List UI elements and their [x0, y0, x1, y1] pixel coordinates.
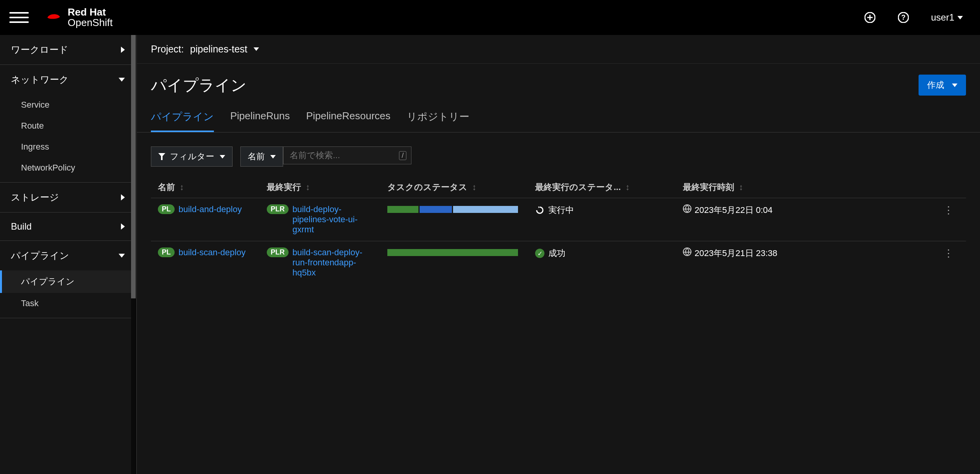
status-segment: [453, 206, 518, 213]
caret-down-icon: [270, 155, 276, 159]
col-header-task-status[interactable]: タスクのステータス↕: [387, 181, 535, 193]
status-text: 実行中: [548, 204, 574, 216]
brand-line1: Red Hat: [68, 7, 113, 17]
nav-group-label: パイプライン: [11, 249, 69, 262]
filter-button[interactable]: フィルター: [151, 146, 233, 167]
brand-logo[interactable]: Red Hat OpenShift: [44, 7, 113, 28]
tab[interactable]: PipelineRuns: [230, 110, 290, 132]
status-segment: [420, 206, 452, 213]
nav-group: ストレージ: [0, 183, 136, 213]
col-header-last-status[interactable]: 最終実行のステータ...↕: [535, 181, 683, 193]
nav-group-label: ネットワーク: [11, 73, 69, 86]
create-button[interactable]: 作成: [919, 75, 966, 96]
chevron-right-icon: [121, 223, 125, 230]
tab[interactable]: リポジトリー: [407, 110, 469, 132]
kebab-menu[interactable]: ⋮: [940, 204, 959, 216]
nav-subitem[interactable]: NetworkPolicy: [0, 157, 136, 178]
add-icon[interactable]: [864, 12, 876, 23]
user-name: user1: [931, 12, 954, 23]
pipeline-link[interactable]: build-scan-deploy: [178, 247, 245, 258]
nav-group: ワークロード: [0, 35, 136, 65]
success-icon: ✓: [535, 249, 544, 258]
filter-label: フィルター: [170, 151, 214, 162]
search-type-dropdown[interactable]: 名前: [240, 146, 283, 167]
chevron-down-icon: [254, 47, 259, 51]
nav-group-label: ワークロード: [11, 44, 68, 56]
filter-icon: [158, 153, 165, 160]
nav-group-header[interactable]: ストレージ: [0, 183, 136, 212]
hamburger-menu-button[interactable]: [9, 8, 29, 27]
timestamp: 2023年5月21日 23:38: [695, 247, 777, 259]
nav-group: Build: [0, 213, 136, 241]
tab[interactable]: PipelineResources: [306, 110, 390, 132]
status-segment: [387, 206, 418, 213]
globe-icon: [683, 247, 691, 256]
caret-down-icon: [957, 16, 963, 19]
tab[interactable]: パイプライン: [151, 110, 214, 132]
nav-group-header[interactable]: ネットワーク: [0, 65, 136, 94]
brand-text: Red Hat OpenShift: [68, 7, 113, 28]
status-text: 成功: [548, 247, 565, 259]
sort-icon: ↕: [180, 182, 184, 192]
search-type-label: 名前: [248, 151, 265, 162]
caret-down-icon: [220, 155, 225, 159]
sort-icon: ↕: [306, 182, 310, 192]
caret-down-icon: [952, 84, 957, 87]
page-title: パイプライン: [151, 75, 247, 96]
table-row: PLbuild-and-deployPLRbuild-deploy-pipeli…: [151, 198, 966, 241]
sidebar-scrollbar[interactable]: [131, 35, 136, 474]
pipelinerun-link[interactable]: build-scan-deploy-run-frontendapp-hq5bx: [292, 247, 370, 278]
nav-group-header[interactable]: パイプライン: [0, 241, 136, 270]
pipelines-table: 名前↕ 最終実行↕ タスクのステータス↕ 最終実行のステータ...↕ 最終実行時…: [137, 167, 980, 284]
chevron-down-icon: [119, 78, 125, 82]
plr-badge: PLR: [267, 247, 289, 257]
plr-badge: PLR: [267, 204, 289, 214]
nav-group: パイプラインパイプラインTask: [0, 241, 136, 318]
tabs: パイプラインPipelineRunsPipelineResourcesリポジトリ…: [137, 96, 980, 132]
nav-subitem[interactable]: Task: [0, 293, 136, 314]
project-selector[interactable]: Project: pipelines-test: [137, 35, 980, 64]
sort-icon: ↕: [739, 182, 743, 192]
chevron-right-icon: [121, 194, 125, 200]
status-cell: ✓成功: [535, 247, 683, 259]
chevron-down-icon: [119, 254, 125, 258]
nav-group-label: ストレージ: [11, 191, 59, 204]
table-row: PLbuild-scan-deployPLRbuild-scan-deploy-…: [151, 241, 966, 284]
project-label: Project:: [151, 44, 184, 55]
pipeline-link[interactable]: build-and-deploy: [178, 204, 242, 214]
nav-subitem[interactable]: Route: [0, 115, 136, 136]
nav-subitem[interactable]: Ingress: [0, 136, 136, 157]
table-header: 名前↕ 最終実行↕ タスクのステータス↕ 最終実行のステータ...↕ 最終実行時…: [151, 177, 966, 198]
redhat-icon: [44, 10, 62, 24]
create-button-label: 作成: [927, 79, 944, 91]
pl-badge: PL: [158, 204, 175, 214]
task-status-bar: [387, 206, 518, 213]
brand-line2: OpenShift: [68, 17, 113, 28]
pipelinerun-link[interactable]: build-deploy-pipelines-vote-ui-gxrmt: [292, 204, 370, 235]
task-status-bar: [387, 249, 518, 256]
status-cell: 実行中: [535, 204, 683, 216]
chevron-right-icon: [121, 47, 125, 53]
col-header-last-run[interactable]: 最終実行↕: [267, 181, 387, 193]
nav-subitem[interactable]: パイプライン: [0, 270, 136, 293]
search-field-wrap: /: [283, 146, 411, 164]
nav-subitem[interactable]: Service: [0, 94, 136, 115]
nav-group-label: Build: [11, 221, 32, 232]
nav-group-header[interactable]: ワークロード: [0, 35, 136, 64]
nav-group-header[interactable]: Build: [0, 213, 136, 240]
sort-icon: ↕: [625, 182, 630, 192]
globe-icon: [683, 204, 691, 213]
toolbar: フィルター 名前 /: [137, 132, 980, 167]
col-header-name[interactable]: 名前↕: [158, 181, 267, 193]
user-menu[interactable]: user1: [931, 12, 963, 23]
svg-text:?: ?: [901, 14, 905, 21]
slash-shortcut-badge: /: [399, 151, 406, 160]
top-navigation-bar: Red Hat OpenShift ? user1: [0, 0, 980, 35]
main-content: Project: pipelines-test パイプライン 作成 パイプライン…: [136, 35, 980, 474]
search-input[interactable]: [290, 150, 399, 160]
col-header-last-time[interactable]: 最終実行時刻↕: [683, 181, 940, 193]
pl-badge: PL: [158, 247, 175, 257]
kebab-menu[interactable]: ⋮: [940, 247, 959, 260]
help-icon[interactable]: ?: [898, 12, 909, 23]
timestamp: 2023年5月22日 0:04: [695, 204, 773, 216]
